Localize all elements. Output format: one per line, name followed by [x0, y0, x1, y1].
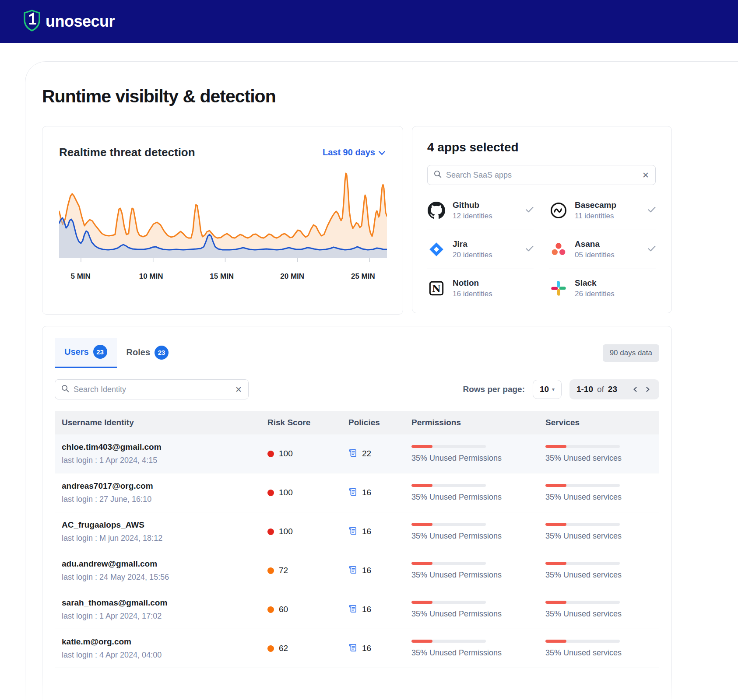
permissions-bar: [411, 562, 486, 565]
page-title: Runtime visibilty & detection: [42, 86, 738, 107]
app-item-jira[interactable]: Jira20 identities: [427, 230, 534, 269]
table-header-row: Username Identity Risk Score Policies Pe…: [55, 411, 659, 434]
app-item-basecamp[interactable]: Basecamp11 identities: [549, 191, 656, 230]
users-count-badge: 23: [93, 345, 107, 359]
services-text: 35% Unused services: [545, 493, 659, 502]
permissions-text: 35% Unused Permissions: [411, 570, 545, 580]
date-range-dropdown[interactable]: Last 90 days: [323, 147, 385, 158]
checkmark-icon: [648, 245, 656, 253]
policy-scroll-icon: [348, 487, 358, 498]
risk-dot-icon: [267, 528, 274, 535]
table-row[interactable]: katie.m@org.comlast login : 4 Apr 2024, …: [55, 629, 659, 668]
apps-grid: Github12 identitiesBasecamp11 identities…: [427, 191, 656, 308]
services-text: 35% Unused services: [545, 648, 659, 658]
policies-count: 16: [362, 605, 371, 614]
date-range-label: Last 90 days: [323, 147, 375, 158]
app-name: Slack: [575, 278, 615, 288]
x-tick-label: 25 MIN: [351, 272, 375, 281]
permissions-bar: [411, 445, 486, 448]
risk-score: 62: [279, 644, 288, 653]
checkmark-icon: [648, 206, 656, 214]
last-login: last login : 1 Apr 2024, 4:15: [62, 456, 267, 465]
next-page-button[interactable]: [643, 385, 652, 393]
top-navbar: unosecur: [0, 0, 738, 43]
permissions-bar: [411, 601, 486, 604]
policy-scroll-icon: [348, 604, 358, 615]
tab-roles-label: Roles: [127, 347, 150, 357]
last-login: last login : 24 May 2024, 15:56: [62, 573, 267, 582]
app-name: Asana: [575, 239, 615, 249]
permissions-bar: [411, 484, 486, 487]
jira-icon: [427, 240, 446, 259]
page-shell: Runtime visibilty & detection Realtime t…: [25, 61, 738, 700]
table-row[interactable]: sarah_thomas@gmail.comlast login : 1 Apr…: [55, 590, 659, 629]
slack-icon: [549, 279, 568, 298]
app-item-slack[interactable]: Slack26 identities: [549, 269, 656, 308]
risk-dot-icon: [267, 451, 274, 457]
permissions-bar: [411, 523, 486, 526]
username: adu.andrew@gmail.com: [62, 559, 267, 569]
github-icon: [427, 201, 446, 220]
identity-search-input[interactable]: [74, 385, 231, 394]
policies-count: 16: [362, 566, 371, 575]
pagination-total: 23: [608, 385, 617, 394]
threat-chart-svg: [59, 170, 387, 262]
saas-search-box: ✕: [427, 165, 656, 185]
pagination-of: of: [597, 385, 604, 394]
app-item-asana[interactable]: Asana05 identities: [549, 230, 656, 269]
policy-scroll-icon: [348, 565, 358, 576]
threat-card-title: Realtime threat detection: [59, 146, 195, 159]
col-username: Username Identity: [55, 418, 267, 427]
username: chloe.tim403@gmail.com: [62, 442, 267, 452]
x-tick-label: 10 MIN: [139, 272, 163, 281]
app-name: Jira: [453, 239, 492, 249]
orange-series-area: [59, 173, 387, 258]
permissions-text: 35% Unused Permissions: [411, 609, 545, 619]
last-login: last login : M jun 2024, 18:12: [62, 534, 267, 543]
rows-per-page-select[interactable]: 10 ▾: [533, 380, 562, 399]
policy-scroll-icon: [348, 448, 358, 459]
col-policies: Policies: [348, 418, 411, 427]
saas-search-input[interactable]: [446, 171, 638, 180]
x-tick-label: 20 MIN: [280, 272, 304, 281]
col-risk-score: Risk Score: [267, 418, 348, 427]
col-permissions: Permissions: [411, 418, 545, 427]
search-icon: [61, 385, 69, 394]
roles-count-badge: 23: [155, 346, 169, 360]
tab-users[interactable]: Users 23: [55, 338, 117, 368]
prev-page-button[interactable]: [631, 385, 640, 393]
services-bar: [545, 601, 620, 604]
table-row[interactable]: chloe.tim403@gmail.comlast login : 1 Apr…: [55, 434, 659, 473]
risk-dot-icon: [267, 606, 274, 613]
services-text: 35% Unused services: [545, 532, 659, 541]
table-row[interactable]: adu.andrew@gmail.comlast login : 24 May …: [55, 551, 659, 590]
last-login: last login : 4 Apr 2024, 04:00: [62, 651, 267, 660]
username: sarah_thomas@gmail.com: [62, 598, 267, 608]
username: katie.m@org.com: [62, 637, 267, 647]
checkmark-icon: [526, 245, 534, 253]
username: AC_frugaalops_AWS: [62, 520, 267, 530]
tab-roles[interactable]: Roles 23: [117, 339, 178, 368]
username: andreas7017@org.com: [62, 481, 267, 491]
services-text: 35% Unused services: [545, 454, 659, 463]
app-item-github[interactable]: Github12 identities: [427, 191, 534, 230]
risk-dot-icon: [267, 567, 274, 574]
pagination: 1-10 of 23: [569, 379, 659, 399]
clear-search-icon[interactable]: ✕: [235, 385, 242, 394]
policies-count: 16: [362, 527, 371, 536]
permissions-text: 35% Unused Permissions: [411, 454, 545, 463]
services-bar: [545, 523, 620, 526]
app-item-notion[interactable]: NNotion16 identities: [427, 269, 534, 308]
risk-score: 72: [279, 566, 288, 575]
threat-detection-card: Realtime threat detection Last 90 days 5…: [42, 126, 403, 315]
table-row[interactable]: AC_frugaalops_AWSlast login : M jun 2024…: [55, 512, 659, 551]
clear-search-icon[interactable]: ✕: [642, 171, 649, 179]
app-name: Github: [453, 200, 492, 210]
app-identities: 16 identities: [453, 290, 492, 298]
last-login: last login : 27 June, 16:10: [62, 495, 267, 504]
rows-per-page-label: Rows per page:: [463, 385, 524, 394]
tabs-row: Users 23 Roles 23 90 days data: [55, 338, 659, 368]
risk-dot-icon: [267, 490, 274, 496]
table-row[interactable]: andreas7017@org.comlast login : 27 June,…: [55, 473, 659, 512]
search-icon: [434, 170, 442, 180]
